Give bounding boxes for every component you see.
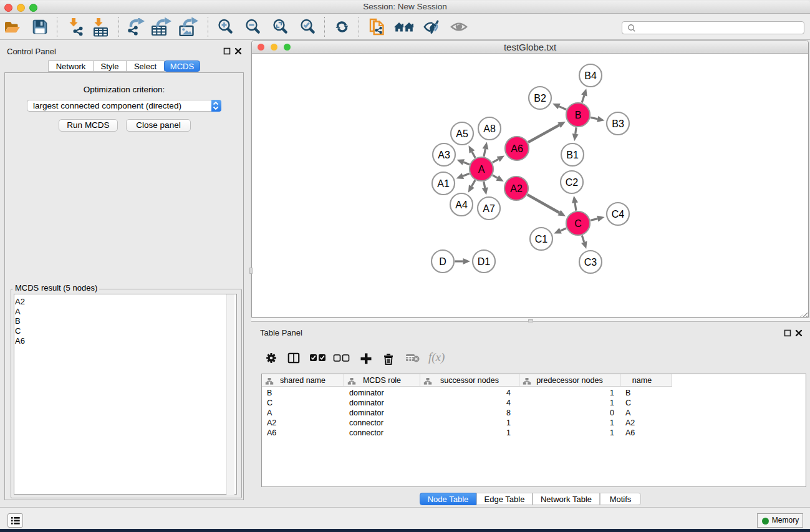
svg-text:A5: A5 xyxy=(456,128,468,139)
svg-text:B: B xyxy=(575,110,582,120)
svg-text:A8: A8 xyxy=(483,123,496,134)
svg-text:A: A xyxy=(478,164,485,175)
svg-text:A1: A1 xyxy=(437,178,450,189)
svg-text:A4: A4 xyxy=(455,200,468,210)
svg-text:C2: C2 xyxy=(566,177,579,188)
svg-text:C1: C1 xyxy=(535,234,548,244)
svg-text:A2: A2 xyxy=(510,183,523,194)
svg-text:A6: A6 xyxy=(511,143,523,154)
svg-text:B2: B2 xyxy=(534,93,546,104)
svg-text:B3: B3 xyxy=(612,118,624,129)
svg-text:D1: D1 xyxy=(478,256,491,267)
svg-text:A7: A7 xyxy=(483,203,495,214)
svg-text:C3: C3 xyxy=(584,257,597,268)
svg-text:A3: A3 xyxy=(438,150,450,160)
svg-text:C4: C4 xyxy=(612,209,625,220)
svg-text:B4: B4 xyxy=(584,70,597,81)
svg-text:B1: B1 xyxy=(566,150,579,160)
svg-text:C: C xyxy=(574,218,582,229)
svg-text:D: D xyxy=(439,256,446,267)
